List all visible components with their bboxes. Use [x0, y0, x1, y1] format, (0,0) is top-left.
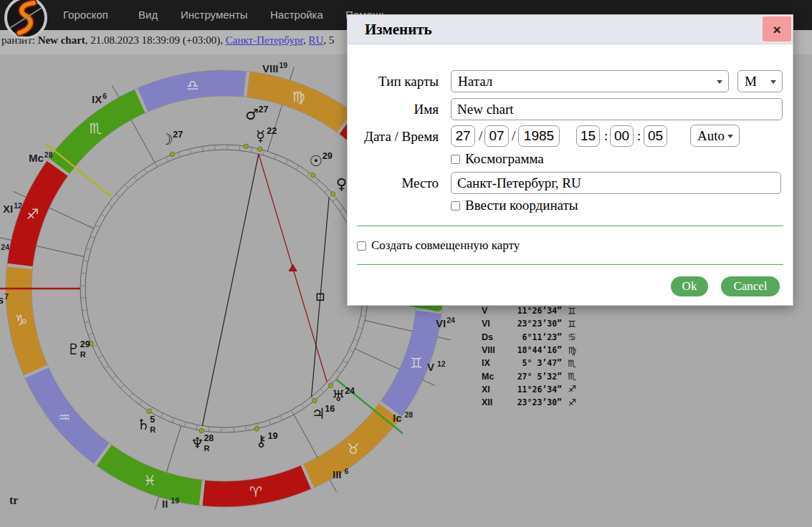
- name-label: Имя: [348, 98, 439, 120]
- svg-text:R: R: [80, 350, 86, 359]
- zodiac-sign-icon: ♏: [562, 358, 576, 369]
- minute-input[interactable]: [610, 125, 634, 147]
- svg-text:IX6: IX6: [92, 92, 107, 105]
- day-input[interactable]: [451, 125, 475, 147]
- month-input[interactable]: [484, 125, 509, 147]
- cancel-button[interactable]: Cancel: [721, 276, 780, 296]
- svg-text:V12: V12: [427, 359, 446, 373]
- divider: [357, 264, 783, 265]
- house-degree: 11°26’34”: [506, 306, 562, 316]
- svg-text:♄: ♄: [137, 416, 151, 433]
- houses-row: V11°26’34”♊: [482, 304, 576, 317]
- edit-chart-dialog: Изменить × Тип карты Натал M Имя Дата / …: [347, 14, 793, 306]
- house-degree: 6°11’23”: [506, 332, 562, 342]
- enter-coordinates-label: Ввести координаты: [465, 198, 578, 213]
- zodiac-sign-icon: ♐: [562, 397, 576, 408]
- svg-text:♈: ♈: [249, 483, 262, 501]
- houses-table: V11°26’34”♊ VI23°23’30”♊ Ds6°11’23”♋ VII…: [482, 304, 576, 409]
- zodiac-sign-icon: ♐: [562, 384, 576, 395]
- svg-text:29: 29: [80, 339, 90, 349]
- close-icon[interactable]: ×: [763, 16, 791, 42]
- chart-mode-select[interactable]: M: [737, 70, 783, 92]
- svg-text:VI24: VI24: [436, 316, 455, 329]
- zodiac-sign-icon: ♏: [562, 371, 576, 382]
- house-degree: 18°44’16”: [506, 345, 562, 355]
- house-degree: 27° 5’32”: [506, 372, 562, 382]
- chevron-down-icon: [717, 80, 722, 84]
- app-logo-icon[interactable]: [4, 0, 48, 43]
- house-degree: 11°26’34”: [506, 385, 562, 395]
- svg-text:♇: ♇: [67, 341, 80, 358]
- city-link[interactable]: Санкт-Петербург: [226, 34, 303, 46]
- place-input[interactable]: [451, 172, 781, 194]
- house-name: XII: [482, 397, 506, 407]
- svg-text:24: 24: [345, 386, 355, 396]
- house-name: VI: [482, 319, 506, 329]
- chart-mode-value: M: [745, 74, 757, 89]
- houses-row: VI23°23’30”♊: [482, 317, 576, 330]
- svg-text:♃: ♃: [312, 405, 325, 422]
- svg-text:♆: ♆: [191, 435, 204, 452]
- status-tail: , 5: [323, 34, 334, 46]
- status-datetime: , 21.08.2023 18:39:09 (+03:00),: [85, 34, 226, 46]
- chart-type-value: Натал: [458, 74, 492, 89]
- chevron-down-icon: [727, 135, 733, 138]
- svg-text:♒: ♒: [57, 409, 70, 426]
- houses-row: XII23°23’30”♐: [482, 396, 576, 409]
- houses-row: IX5° 3’47”♏: [482, 357, 576, 369]
- svg-text:♑: ♑: [14, 311, 27, 329]
- svg-text:27: 27: [173, 130, 183, 140]
- year-input[interactable]: [518, 125, 560, 147]
- timezone-select[interactable]: Auto: [690, 125, 740, 147]
- svg-text:♉: ♉: [347, 440, 360, 458]
- menu-settings[interactable]: Настройка: [270, 0, 323, 30]
- svg-text:R: R: [150, 425, 156, 434]
- combined-chart-checkbox[interactable]: [357, 241, 366, 251]
- dialog-header: Изменить ×: [348, 15, 793, 44]
- svg-text:☿: ☿: [256, 127, 265, 145]
- svg-text:Mc28: Mc28: [29, 150, 53, 164]
- svg-text:♊: ♊: [410, 354, 423, 372]
- menu-horoscope[interactable]: Гороскоп: [63, 0, 108, 30]
- menu-tools[interactable]: Инструменты: [181, 0, 248, 30]
- zodiac-sign-icon: ♊: [562, 306, 576, 316]
- svg-text:29: 29: [323, 151, 333, 161]
- name-input[interactable]: [451, 98, 783, 120]
- svg-text:19: 19: [268, 431, 278, 441]
- house-name: V: [482, 306, 506, 316]
- svg-text:27: 27: [258, 105, 268, 115]
- svg-text:⚷: ⚷: [256, 432, 267, 450]
- svg-text:♅: ♅: [332, 387, 345, 405]
- svg-text:☽: ☽: [160, 131, 173, 148]
- divider: [357, 226, 783, 226]
- house-name: Ds: [482, 332, 506, 342]
- place-label: Место: [348, 172, 439, 194]
- house-name: Mc: [482, 372, 506, 382]
- house-name: IX: [482, 358, 506, 368]
- zodiac-sign-icon: ♍: [562, 345, 576, 356]
- svg-text:5: 5: [150, 415, 155, 425]
- house-degree: 5° 3’47”: [506, 358, 562, 368]
- svg-text:♓: ♓: [143, 472, 156, 489]
- country-link[interactable]: RU: [308, 34, 323, 46]
- cosmogram-label: Космограмма: [465, 151, 544, 167]
- menu-view[interactable]: Вид: [138, 0, 158, 30]
- svg-text:♐: ♐: [26, 206, 39, 223]
- timezone-value: Auto: [697, 128, 725, 143]
- cosmogram-checkbox[interactable]: [451, 155, 460, 164]
- houses-row: Mc27° 5’32”♏: [482, 369, 576, 382]
- enter-coordinates-checkbox[interactable]: [451, 201, 460, 211]
- cosmogram-row: Космограмма: [451, 151, 544, 167]
- svg-text:♎: ♎: [186, 77, 199, 94]
- svg-text:XII24: XII24: [0, 243, 9, 256]
- chart-type-select[interactable]: Натал: [451, 70, 729, 92]
- date-separator: /: [479, 125, 482, 147]
- hour-input[interactable]: [576, 125, 600, 147]
- dialog-title: Изменить: [365, 15, 432, 44]
- houses-row: XI11°26’34”♐: [482, 383, 576, 396]
- date-separator: /: [512, 125, 515, 147]
- house-degree: 23°23’30”: [506, 319, 562, 329]
- second-input[interactable]: [644, 125, 667, 147]
- ok-button[interactable]: Ok: [671, 276, 708, 296]
- time-separator: :: [637, 125, 641, 147]
